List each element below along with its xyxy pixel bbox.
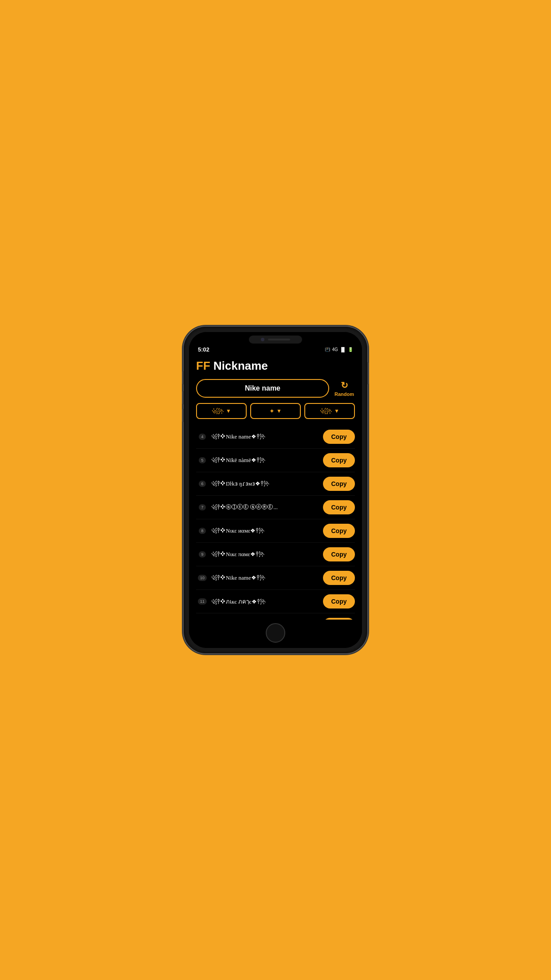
phone-screen: 5:02 📳 4G ▐▌ 🔋 FF Nickname Nike name ↻ R… [189, 332, 362, 648]
nickname-text: ꧁༒❖ภเкє ภคๅє❖༒꧂ [209, 597, 323, 606]
status-bar: 5:02 📳 4G ▐▌ 🔋 [189, 345, 362, 355]
num-badge: 4 [199, 434, 205, 440]
list-item: 5꧁༒❖Nïkë nàmë❖༒꧂Copy [196, 449, 355, 472]
item-number: 9 [196, 551, 209, 557]
vibrate-icon: 📳 [325, 347, 330, 352]
num-badge: 8 [199, 528, 205, 534]
item-number: 8 [196, 528, 209, 534]
filter-3-arrow: ▼ [334, 408, 339, 414]
list-item: 7꧁༒❖ⓃⒾⓀⒺ ⓃⒶⓂⒺ...Copy [196, 496, 355, 519]
item-number: 11 [196, 598, 209, 605]
camera [261, 338, 264, 341]
filter-btn-3[interactable]: ꧁꧂ ▼ [304, 403, 355, 419]
copy-button[interactable]: Copy [323, 524, 355, 538]
battery-icon: 🔋 [348, 347, 353, 352]
notch [249, 336, 302, 344]
filter-row: ꧁꧂ ▼ ✦ ▼ ꧁꧂ ▼ [196, 403, 355, 419]
screen-content: FF Nickname Nike name ↻ Random ꧁꧂ ▼ ✦ ▼ [189, 355, 362, 620]
search-row: Nike name ↻ Random [196, 379, 355, 398]
filter-1-arrow: ▼ [226, 408, 231, 414]
phone-frame: 5:02 📳 4G ▐▌ 🔋 FF Nickname Nike name ↻ R… [184, 327, 367, 653]
nickname-text: ꧁༒❖Nïkë nàmë❖༒꧂ [209, 457, 323, 464]
copy-button[interactable]: Copy [323, 430, 355, 444]
signal-icon: ▐▌ [340, 347, 346, 352]
random-label: Random [335, 391, 354, 397]
item-number: 7 [196, 504, 209, 510]
nickname-text: ꧁༒❖Nike name❖༒꧂ [209, 433, 323, 440]
item-number: 10 [196, 575, 209, 581]
filter-2-arrow: ▼ [276, 408, 282, 414]
nickname-text: ꧁༒❖ⓃⒾⓀⒺ ⓃⒶⓂⒺ... [209, 504, 323, 511]
copy-button[interactable]: Copy [323, 547, 355, 561]
item-number: 6 [196, 481, 209, 487]
nickname-text: ꧁༒❖Ŋŀkɜ ŋɾɜмɜ❖༒꧂ [209, 480, 323, 487]
ff-label: FF [196, 359, 210, 372]
num-badge: 5 [199, 457, 205, 463]
item-number: 5 [196, 457, 209, 463]
list-item: 9꧁༒❖Nιкε παмε❖༒꧂Copy [196, 543, 355, 566]
num-badge: 7 [199, 504, 205, 510]
copy-button[interactable]: Copy [323, 477, 355, 491]
num-badge: 10 [198, 575, 207, 581]
network-icon: 4G [332, 347, 338, 352]
nickname-list: 4꧁༒❖Nike name❖༒꧂Copy5꧁༒❖Nïkë nàmë❖༒꧂Copy… [196, 425, 355, 620]
search-box[interactable]: Nike name [196, 379, 329, 398]
copy-button[interactable]: Copy [323, 453, 355, 467]
title-rest: Nickname [210, 359, 268, 372]
home-bar-area [189, 620, 362, 648]
copy-button[interactable]: Copy [323, 594, 355, 609]
speaker [268, 339, 290, 340]
list-item: 6꧁༒❖Ŋŀkɜ ŋɾɜмɜ❖༒꧂Copy [196, 472, 355, 496]
notch-area [189, 332, 362, 345]
filter-btn-2[interactable]: ✦ ▼ [250, 403, 301, 419]
num-badge: 9 [199, 551, 205, 557]
status-icons: 📳 4G ▐▌ 🔋 [325, 347, 353, 352]
list-item: 4꧁༒❖Nike name❖༒꧂Copy [196, 425, 355, 449]
filter-btn-1[interactable]: ꧁꧂ ▼ [196, 403, 247, 419]
num-badge: 11 [198, 598, 207, 605]
status-time: 5:02 [198, 346, 209, 353]
home-button[interactable] [266, 623, 285, 643]
random-icon: ↻ [341, 380, 348, 391]
copy-button[interactable]: Copy [323, 500, 355, 514]
app-title: FF Nickname [196, 359, 355, 373]
list-item: 12꧁༒❖ŇĪKΕ ŇΛМΕ❖༒꧂...Copy [196, 613, 355, 620]
nickname-text: ꧁༒❖Nιкε παмε❖༒꧂ [209, 551, 323, 558]
copy-button[interactable]: Copy [323, 571, 355, 585]
nickname-text: ꧁༒❖Nιкε иαмε❖༒꧂ [209, 527, 323, 534]
random-button[interactable]: ↻ Random [334, 380, 355, 397]
filter-3-symbol: ꧁꧂ [320, 407, 332, 415]
filter-1-symbol: ꧁꧂ [212, 407, 224, 415]
item-number: 4 [196, 434, 209, 440]
list-item: 8꧁༒❖Nιкε иαмε❖༒꧂Copy [196, 519, 355, 543]
filter-2-symbol: ✦ [269, 407, 275, 415]
list-item: 11꧁༒❖ภเкє ภคๅє❖༒꧂Copy [196, 590, 355, 613]
nickname-text: ꧁༒❖Nike name❖༒꧂ [209, 574, 323, 581]
list-item: 10꧁༒❖Nike name❖༒꧂Copy [196, 566, 355, 590]
num-badge: 6 [199, 481, 205, 487]
